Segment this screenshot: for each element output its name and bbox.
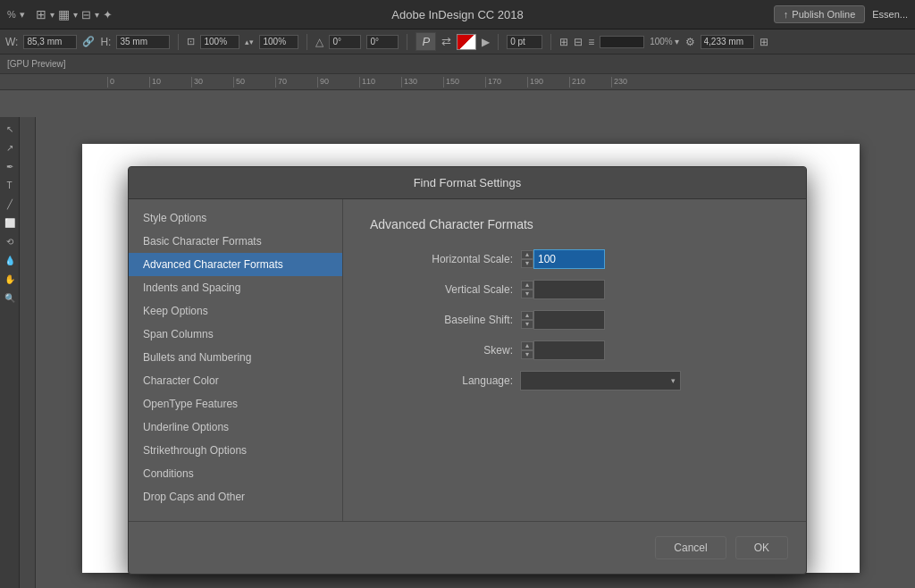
horizontal-scale-up[interactable]: ▴ (521, 250, 533, 259)
vertical-scale-input-wrap: ▴ ▾ (520, 280, 605, 299)
essential-button[interactable]: Essen... (872, 9, 908, 20)
grid3-icon: ⊟ (574, 36, 583, 48)
frame-tool[interactable]: ⬜ (2, 214, 18, 231)
language-select[interactable] (520, 371, 681, 391)
zoom-canvas-tool[interactable]: 🔍 (2, 290, 18, 306)
horizontal-scale-row: Horizontal Scale: ▴ ▾ (370, 249, 779, 269)
publish-button[interactable]: ↑ Publish Online (774, 5, 865, 23)
hand-tool[interactable]: ✋ (2, 271, 18, 287)
link-icon: 🔗 (82, 36, 95, 47)
pct2-input[interactable] (259, 35, 298, 49)
height-input[interactable] (116, 35, 170, 49)
baseline-shift-down[interactable]: ▾ (521, 320, 533, 329)
side-tools-panel: ↖ ↗ ✒ T ╱ ⬜ ⟲ 💧 ✋ 🔍 (0, 117, 20, 588)
ruler-vertical (20, 117, 36, 588)
ruler-mark-130: 130 (401, 77, 443, 88)
mm-input[interactable] (701, 35, 754, 49)
skew-input[interactable] (533, 340, 605, 360)
skew-input-wrap: ▴ ▾ (520, 340, 605, 360)
line-tool[interactable]: ╱ (2, 196, 18, 212)
sidebar-item-opentype-features[interactable]: OpenType Features (129, 392, 342, 416)
grid2-icon: ⊞ (559, 36, 568, 48)
tool-icons: ⊞ ▾ ▦ ▾ ⊟ ▾ ✦ (36, 7, 113, 21)
ok-button[interactable]: OK (735, 536, 788, 559)
skew-up[interactable]: ▴ (521, 341, 533, 350)
ruler-mark-170: 170 (485, 77, 527, 88)
ruler-mark-70: 70 (275, 77, 317, 88)
pt-input[interactable] (507, 35, 542, 49)
separator4 (498, 34, 499, 50)
sidebar-item-keep-options[interactable]: Keep Options (129, 299, 342, 323)
angle2-input[interactable] (366, 35, 399, 49)
ruler-marks: 0 10 30 50 70 90 110 130 150 170 190 210… (107, 77, 653, 88)
grid-icon: ⊞ (36, 7, 46, 21)
sidebar-item-strikethrough-options[interactable]: Strikethrough Options (129, 439, 342, 462)
dialog-body: Style Options Basic Character Formats Ad… (129, 199, 806, 521)
ruler-mark-10: 10 (149, 77, 191, 88)
horizontal-scale-spinner[interactable]: ▴ ▾ (521, 250, 533, 268)
pct-dropdown: 100% ▾ (650, 37, 679, 46)
baseline-shift-label: Baseline Shift: (370, 314, 513, 326)
direct-select-tool[interactable]: ↗ (2, 139, 18, 155)
ruler-horizontal: 0 10 30 50 70 90 110 130 150 170 190 210… (0, 74, 915, 90)
text-tool-icon: P (416, 32, 436, 51)
skew-down[interactable]: ▾ (521, 350, 533, 359)
vertical-scale-input[interactable] (533, 280, 605, 299)
sidebar-item-span-columns[interactable]: Span Columns (129, 323, 342, 346)
dialog-footer: Cancel OK (129, 521, 806, 574)
sidebar-item-style-options[interactable]: Style Options (129, 206, 342, 230)
align-icon: ≡ (588, 36, 594, 48)
publish-icon: ↑ (784, 9, 789, 20)
vertical-scale-spinner[interactable]: ▴ ▾ (521, 281, 533, 298)
baseline-shift-spinner[interactable]: ▴ ▾ (521, 311, 533, 329)
stroke-color-bar[interactable] (600, 36, 644, 48)
dialog-title: Find Format Settings (129, 167, 806, 199)
sidebar-item-bullets-and-numbering[interactable]: Bullets and Numbering (129, 346, 342, 369)
skew-row: Skew: ▴ ▾ (370, 340, 779, 360)
sidebar-item-underline-options[interactable]: Underline Options (129, 416, 342, 439)
baseline-shift-input[interactable] (533, 310, 605, 330)
skew-spinner[interactable]: ▴ ▾ (521, 341, 533, 359)
eyedropper-tool[interactable]: 💧 (2, 252, 18, 268)
width-input[interactable] (23, 35, 77, 49)
skew-label: Skew: (370, 344, 513, 357)
type-tool[interactable]: T (2, 177, 18, 193)
zoom-tool[interactable]: % ▾ (7, 9, 25, 21)
content-title: Advanced Character Formats (370, 217, 779, 231)
separator2 (306, 34, 307, 50)
top-bar: % ▾ ⊞ ▾ ▦ ▾ ⊟ ▾ ✦ Adobe InDesign CC 2018… (0, 0, 915, 29)
transform-tool[interactable]: ⟲ (2, 233, 18, 249)
horizontal-scale-input[interactable] (533, 249, 605, 269)
sidebar-item-advanced-character-formats[interactable]: Advanced Character Formats (129, 253, 342, 276)
gpu-preview-bar: [GPU Preview] (0, 55, 915, 74)
vertical-scale-down[interactable]: ▾ (521, 290, 533, 298)
baseline-shift-row: Baseline Shift: ▴ ▾ (370, 310, 779, 330)
sidebar-item-character-color[interactable]: Character Color (129, 369, 342, 392)
pen-tool[interactable]: ✒ (2, 158, 18, 174)
ruler-mark-90: 90 (317, 77, 359, 88)
toolbar2: W: 🔗 H: ⊡ ▴▾ △ P ⇄ ▶ ⊞ ⊟ ≡ 100% ▾ ⚙ ⊞ (0, 29, 915, 55)
sidebar-item-conditions[interactable]: Conditions (129, 462, 342, 485)
layout2-icon: ▾ (73, 10, 78, 20)
baseline-shift-up[interactable]: ▴ (521, 311, 533, 320)
cancel-button[interactable]: Cancel (655, 536, 726, 559)
vertical-scale-up[interactable]: ▴ (521, 281, 533, 290)
ruler-mark-190: 190 (527, 77, 569, 88)
select-tool[interactable]: ↖ (2, 121, 18, 137)
language-label: Language: (370, 374, 513, 387)
sidebar-item-basic-character-formats[interactable]: Basic Character Formats (129, 230, 342, 253)
pct1-input[interactable] (200, 35, 239, 49)
vertical-scale-label: Vertical Scale: (370, 283, 513, 296)
fill-color-box[interactable] (457, 34, 476, 50)
canvas-area: Sim... adi... lis... p... adi... El f...… (20, 117, 915, 588)
language-select-wrap: ▾ (520, 371, 681, 391)
angle-input[interactable] (329, 35, 361, 49)
horizontal-scale-input-wrap: ▴ ▾ (520, 249, 605, 269)
separator3 (407, 34, 407, 50)
sidebar-item-drop-caps-and-other[interactable]: Drop Caps and Other (129, 485, 342, 508)
ruler-mark-30: 30 (191, 77, 233, 88)
arrow-right-icon: ▶ (482, 36, 490, 48)
horizontal-scale-down[interactable]: ▾ (521, 259, 533, 268)
text-icon2: ⇄ (441, 35, 451, 48)
sidebar-item-indents-and-spacing[interactable]: Indents and Spacing (129, 276, 342, 299)
